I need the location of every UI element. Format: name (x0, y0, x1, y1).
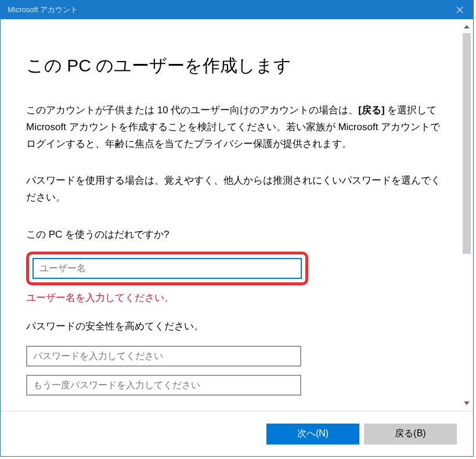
footer: 次へ(N) 戻る(B) (1, 411, 473, 456)
scrollbar-down-icon[interactable] (461, 398, 472, 408)
back-button[interactable]: 戻る(B) (364, 424, 457, 444)
titlebar: Microsoft アカウント (1, 1, 473, 19)
page-title: この PC のユーザーを作成します (26, 54, 448, 78)
password-input[interactable] (26, 346, 301, 367)
description-2: パスワードを使用する場合は、覚えやすく、他人からは推測されにくいパスワードを選ん… (26, 173, 448, 206)
username-input[interactable] (33, 258, 302, 279)
scrollbar-thumb[interactable] (463, 33, 471, 254)
password-label: パスワードの安全性を高めてください。 (26, 320, 448, 333)
scrollbar[interactable] (461, 21, 472, 408)
scrollbar-up-icon[interactable] (461, 21, 472, 32)
scroll-area: この PC のユーザーを作成します このアカウントが子供または 10 代のユーザ… (1, 19, 473, 411)
next-button[interactable]: 次へ(N) (266, 424, 359, 444)
dialog-window: Microsoft アカウント この PC のユーザーを作成します このアカウン… (0, 0, 474, 457)
description-1: このアカウントが子供または 10 代のユーザー向けのアカウントの場合は、[戻る]… (26, 102, 448, 153)
window-title: Microsoft アカウント (8, 5, 78, 15)
username-label: この PC を使うのはだれですか? (26, 228, 448, 241)
content: この PC のユーザーを作成します このアカウントが子供または 10 代のユーザ… (1, 19, 473, 404)
content-wrapper: この PC のユーザーを作成します このアカウントが子供または 10 代のユーザ… (1, 19, 473, 456)
username-highlight (26, 252, 308, 285)
desc1-bold: [戻る] (358, 105, 384, 116)
close-button[interactable] (446, 1, 473, 19)
username-error: ユーザー名を入力してください。 (26, 291, 448, 304)
password-confirm-input[interactable] (26, 375, 301, 396)
desc1-part-a: このアカウントが子供または 10 代のユーザー向けのアカウントの場合は、 (26, 105, 358, 116)
close-icon (456, 6, 463, 13)
